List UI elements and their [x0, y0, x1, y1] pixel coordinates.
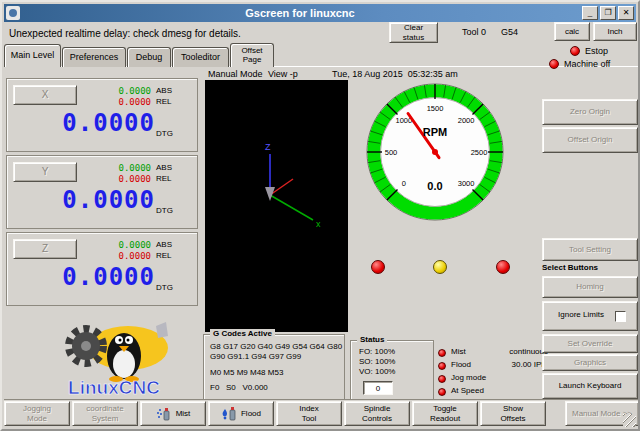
ignore-limits-label: Ignore Limits [555, 310, 607, 319]
z-abs-value: 0.0000 [85, 240, 151, 250]
tab-tooleditor[interactable]: Tooleditor [172, 47, 229, 67]
coordinate-system-label: coordinate System [79, 404, 131, 422]
gcodes-title: G Codes Active [210, 329, 275, 338]
flood-icon [221, 406, 237, 422]
clear-status-button[interactable]: Clear status [389, 22, 438, 43]
maximize-icon[interactable]: ❐ [600, 6, 616, 20]
machine-off-label: Machine off [564, 59, 610, 69]
tab-debug[interactable]: Debug [127, 47, 171, 67]
flood-button[interactable]: Flood [208, 401, 274, 426]
show-offsets-button[interactable]: Show Offsets [480, 401, 546, 426]
wcs-label: G54 [501, 27, 518, 37]
spindle-controls-button[interactable]: Spindle Controls [344, 401, 410, 426]
homing-label: Homing [576, 282, 604, 291]
rel-label: REL [156, 251, 172, 260]
x-abs-value: 0.0000 [85, 86, 151, 96]
minimize-icon[interactable]: _ [582, 6, 598, 20]
status-frame: Status FO: 100% SO: 100% VO: 100% 0 [350, 340, 434, 400]
status-title: Status [357, 335, 387, 344]
ignore-limits-checkbutton[interactable]: Ignore Limits [542, 301, 638, 331]
close-icon[interactable]: ✕ [618, 6, 634, 20]
zero-origin-button[interactable]: Zero Origin [542, 99, 638, 125]
app-icon [6, 6, 20, 20]
tab-offset-page[interactable]: Offset Page [230, 43, 274, 67]
mist-button-label: Mist [176, 409, 191, 418]
rpm-gauge: 050010001500200025003000 RPM 0.0 [365, 82, 505, 222]
dtg-label: DTG [156, 206, 173, 215]
mist-button[interactable]: Mist [140, 401, 206, 426]
mcodes-line: M0 M5 M9 M48 M53 [210, 368, 283, 377]
dtg-label: DTG [156, 129, 173, 138]
y-rel-value: 0.0000 [85, 174, 151, 184]
at-speed-label: At Speed [451, 386, 484, 395]
gcodes-line: G8 G17 G20 G40 G49 G54 G64 G80 [210, 342, 342, 351]
gauge-value: 0.0 [365, 180, 505, 192]
units-button[interactable]: Inch [593, 22, 637, 41]
mist-icon [156, 406, 172, 422]
flood-button-label: Flood [241, 409, 261, 418]
axis-z-button[interactable]: Z [13, 239, 77, 259]
axis-x-label: x [316, 219, 321, 229]
toggle-readout-button[interactable]: Toggle Readout [412, 401, 478, 426]
spindle-stop-led-icon [433, 260, 447, 274]
y-abs-value: 0.0000 [85, 163, 151, 173]
x-rel-value: 0.0000 [85, 97, 151, 107]
rel-label: REL [156, 174, 172, 183]
svg-text:1500: 1500 [427, 104, 444, 113]
jogging-mode-label: Jogging Mode [13, 404, 61, 422]
axis-y-button[interactable]: Y [13, 162, 77, 182]
at-speed-led-icon [438, 388, 446, 396]
set-override-label: Set Override [568, 339, 613, 348]
origin-axes-icon: Z x [205, 80, 348, 332]
z-dtg-value: 0.0000 [15, 263, 155, 291]
override-spinbox[interactable]: 0 [363, 381, 393, 395]
toolbar-divider [4, 399, 640, 400]
abs-label: ABS [156, 240, 172, 249]
graphics-label: Graphics [574, 358, 606, 367]
mist-status-label: Mist [451, 347, 466, 356]
estop-label: Estop [585, 46, 608, 56]
calc-button[interactable]: calc [554, 22, 590, 41]
jog-continuous-value: continuous [494, 347, 548, 356]
mist-led-icon [438, 349, 446, 357]
linuxcnc-wordmark: LinuxCNC [68, 377, 160, 398]
jogging-mode-button[interactable]: Jogging Mode [4, 401, 70, 426]
spindle-cw-led-icon [496, 260, 510, 274]
dro-frame-z: Z 0.0000 ABS 0.0000 REL 0.0000 DTG [6, 232, 198, 306]
velocity-override-value: VO: 100% [359, 367, 395, 376]
offset-origin-button[interactable]: Offset Origin [542, 127, 638, 153]
tool-setting-label: Tool Setting [569, 245, 611, 254]
coordinate-system-button[interactable]: coordinate System [72, 401, 138, 426]
tool-number-label: Tool 0 [462, 27, 486, 37]
y-dtg-value: 0.0000 [15, 186, 155, 214]
index-tool-button[interactable]: Index Tool [276, 401, 342, 426]
resize-grip[interactable] [623, 414, 636, 427]
x-dtg-value: 0.0000 [15, 109, 155, 137]
jog-mode-led-icon [438, 375, 446, 383]
rpm-gauge-dial: 050010001500200025003000 [365, 82, 505, 222]
jog-rate-value: 30.00 IPM [494, 360, 548, 369]
mode-label: Manual Mode [208, 69, 263, 79]
offset-origin-label: Offset Origin [568, 135, 613, 144]
abs-label: ABS [156, 163, 172, 172]
svg-text:2000: 2000 [458, 116, 475, 125]
axis-x-button[interactable]: X [13, 85, 77, 105]
tab-preferences[interactable]: Preferences [62, 47, 126, 67]
datetime-label: Tue, 18 Aug 2015 05:32:35 am [332, 69, 458, 79]
axis-z-label: Z [265, 142, 271, 152]
set-override-button[interactable]: Set Override [542, 334, 638, 353]
tool-setting-button[interactable]: Tool Setting [542, 238, 638, 261]
tab-main-level[interactable]: Main Level [4, 44, 61, 67]
spindle-override-value: SO: 100% [359, 357, 395, 366]
axis-x-letter: X [42, 89, 49, 101]
zero-origin-label: Zero Origin [570, 107, 610, 116]
homing-button[interactable]: Homing [542, 276, 638, 298]
rel-label: REL [156, 97, 172, 106]
gremlin-3d-view[interactable]: Z x [205, 80, 348, 332]
dro-frame-y: Y 0.0000 ABS 0.0000 REL 0.0000 DTG [6, 155, 198, 229]
ignore-limits-checkbox[interactable] [615, 311, 626, 322]
jog-mode-label: Jog mode [451, 373, 486, 382]
titlebar: Gscreen for linuxcnc _ ❐ ✕ [4, 4, 636, 22]
launch-keyboard-button[interactable]: Launch Keyboard [542, 373, 638, 399]
graphics-button[interactable]: Graphics [542, 354, 638, 371]
